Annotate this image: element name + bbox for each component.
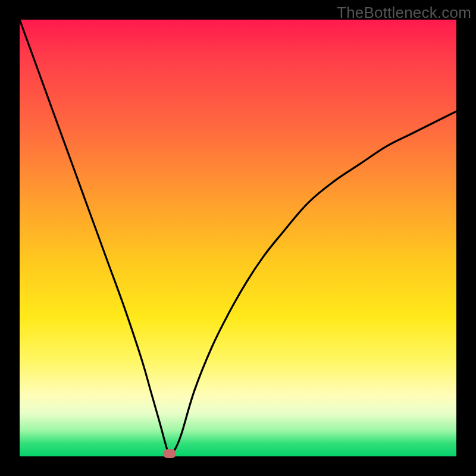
plot-area xyxy=(20,20,456,456)
bottleneck-curve xyxy=(20,20,456,456)
chart-frame: TheBottleneck.com xyxy=(0,0,476,476)
curve-path xyxy=(20,20,456,455)
optimum-marker xyxy=(163,449,176,458)
watermark-text: TheBottleneck.com xyxy=(337,4,471,22)
